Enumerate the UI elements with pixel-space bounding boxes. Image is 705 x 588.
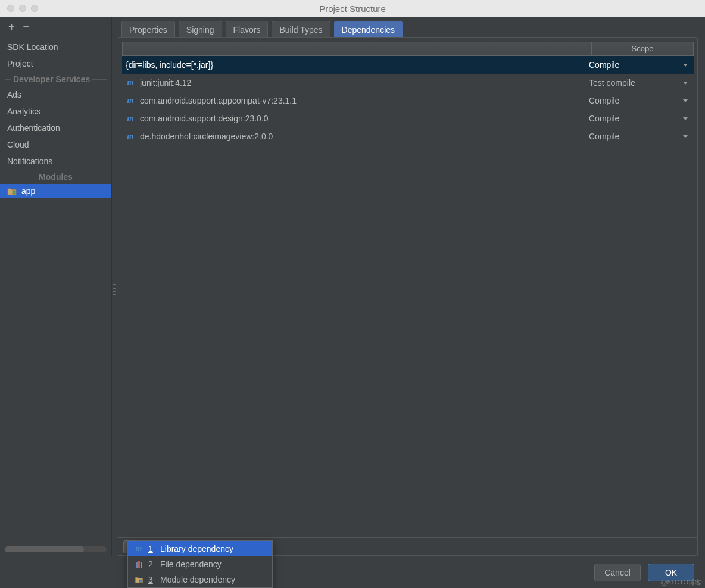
tab-content: Scope {dir=libs, include=[*.jar]} Compil…	[118, 37, 698, 556]
dep-name-cell: m com.android.support:appcompat-v7:23.1.…	[126, 96, 589, 105]
table-body: {dir=libs, include=[*.jar]} Compile m ju…	[122, 56, 694, 534]
dep-scope-cell[interactable]: Test compile	[589, 78, 690, 87]
module-folder-icon	[7, 187, 17, 195]
tab-build-types[interactable]: Build Types	[272, 21, 330, 38]
sidebar-item-project[interactable]: Project	[0, 55, 111, 72]
popup-item-module[interactable]: 3 Module dependency	[128, 572, 272, 587]
dep-label: com.android.support:appcompat-v7:23.1.1	[140, 96, 297, 105]
sidebar-item-notifications[interactable]: Notifications	[0, 153, 111, 170]
sidebar-module-label: app	[21, 186, 35, 196]
traffic-lights	[0, 5, 38, 12]
books-icon	[134, 559, 144, 569]
dep-scope-cell[interactable]: Compile	[589, 114, 690, 123]
sidebar-item-ads[interactable]: Ads	[0, 86, 111, 103]
dialog-footer: Cancel OK	[0, 556, 705, 588]
window-title: Project Structure	[0, 4, 705, 14]
splitter-grip-icon	[113, 279, 116, 295]
chevron-down-icon	[683, 135, 688, 138]
dep-name-cell: m com.android.support:design:23.0.0	[126, 114, 589, 123]
sidebar-list: SDK Location Project Developer Services …	[0, 36, 111, 544]
table-row[interactable]: {dir=libs, include=[*.jar]} Compile	[122, 56, 694, 74]
chevron-down-icon	[683, 64, 688, 67]
sidebar-section-developer: Developer Services	[0, 72, 111, 86]
sidebar-item-cloud[interactable]: Cloud	[0, 136, 111, 153]
table-row[interactable]: m com.android.support:design:23.0.0 Comp…	[122, 110, 694, 127]
table-row[interactable]: m com.android.support:appcompat-v7:23.1.…	[122, 92, 694, 110]
tab-flavors[interactable]: Flavors	[226, 21, 269, 38]
maven-icon: m	[126, 114, 135, 123]
table-header: Scope	[122, 42, 694, 56]
dep-name-cell: m junit:junit:4.12	[126, 78, 589, 87]
column-header-scope[interactable]: Scope	[592, 42, 693, 55]
zoom-window-icon[interactable]	[31, 5, 38, 12]
dep-label: com.android.support:design:23.0.0	[140, 114, 269, 123]
sidebar: + − SDK Location Project Developer Servi…	[0, 17, 112, 556]
main-panel: Properties Signing Flavors Build Types D…	[117, 17, 705, 556]
svg-rect-1	[139, 580, 142, 582]
scope-value: Compile	[589, 96, 619, 105]
dep-label: de.hdodenhof:circleimageview:2.0.0	[140, 132, 273, 141]
dep-name-cell: m de.hdodenhof:circleimageview:2.0.0	[126, 132, 589, 141]
dep-label: {dir=libs, include=[*.jar]}	[126, 60, 213, 70]
remove-module-icon[interactable]: −	[23, 21, 30, 32]
sidebar-item-authentication[interactable]: Authentication	[0, 120, 111, 136]
chevron-down-icon	[683, 99, 688, 102]
sidebar-item-sdk-location[interactable]: SDK Location	[0, 39, 111, 55]
chevron-down-icon	[683, 117, 688, 120]
sidebar-section-modules: Modules	[0, 170, 111, 184]
dep-label: junit:junit:4.12	[140, 78, 191, 87]
scope-value: Compile	[589, 60, 619, 70]
maven-icon: m	[134, 544, 144, 553]
dep-scope-cell[interactable]: Compile	[589, 96, 690, 105]
tab-dependencies[interactable]: Dependencies	[334, 21, 403, 38]
tab-properties[interactable]: Properties	[121, 21, 175, 38]
splitter[interactable]	[112, 17, 117, 556]
table-row[interactable]: m de.hdodenhof:circleimageview:2.0.0 Com…	[122, 127, 694, 145]
window-body: + − SDK Location Project Developer Servi…	[0, 17, 705, 588]
scope-value: Test compile	[589, 78, 635, 87]
maven-icon: m	[126, 132, 135, 140]
scope-value: Compile	[589, 114, 619, 123]
minimize-window-icon[interactable]	[19, 5, 26, 12]
dep-scope-cell[interactable]: Compile	[589, 60, 690, 70]
sidebar-item-analytics[interactable]: Analytics	[0, 103, 111, 120]
column-header-name[interactable]	[123, 42, 592, 55]
popup-index: 3	[148, 575, 155, 584]
scope-value: Compile	[589, 132, 619, 141]
popup-index: 2	[148, 559, 155, 569]
popup-item-library[interactable]: m 1 Library dependency	[128, 541, 272, 556]
popup-label: Library dependency	[160, 544, 233, 553]
titlebar: Project Structure	[0, 0, 705, 17]
popup-index: 1	[148, 544, 155, 553]
maven-icon: m	[126, 96, 135, 105]
dep-name-cell: {dir=libs, include=[*.jar]}	[126, 60, 589, 70]
dependencies-table: Scope {dir=libs, include=[*.jar]} Compil…	[118, 38, 697, 537]
maven-icon: m	[126, 79, 135, 87]
popup-item-file[interactable]: 2 File dependency	[128, 556, 272, 572]
tab-bar: Properties Signing Flavors Build Types D…	[118, 21, 698, 38]
chevron-down-icon	[683, 82, 688, 85]
sidebar-module-app[interactable]: app	[0, 184, 111, 198]
watermark: @51CTO博客	[661, 578, 701, 587]
add-dependency-popup: m 1 Library dependency 2 File dependency…	[127, 540, 273, 588]
table-row[interactable]: m junit:junit:4.12 Test compile	[122, 74, 694, 92]
sidebar-scrollbar[interactable]	[5, 546, 107, 552]
add-module-icon[interactable]: +	[8, 21, 15, 32]
sidebar-toolbar: + −	[0, 17, 111, 36]
tab-signing[interactable]: Signing	[179, 21, 222, 38]
close-window-icon[interactable]	[7, 5, 14, 12]
popup-label: File dependency	[160, 559, 222, 569]
popup-label: Module dependency	[160, 575, 235, 584]
svg-rect-0	[13, 191, 15, 194]
scrollbar-thumb[interactable]	[5, 546, 84, 552]
folder-module-icon	[134, 575, 144, 584]
cancel-button[interactable]: Cancel	[594, 564, 641, 581]
dep-scope-cell[interactable]: Compile	[589, 132, 690, 141]
